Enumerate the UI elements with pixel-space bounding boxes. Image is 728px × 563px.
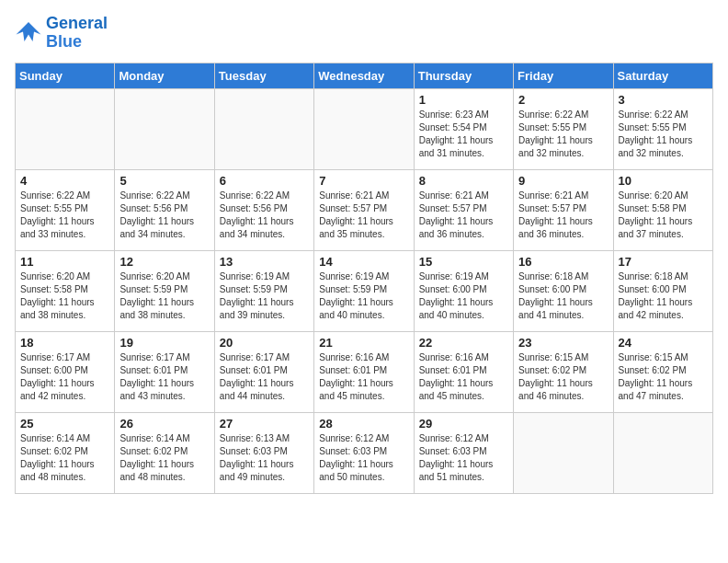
- calendar-week-5: 25Sunrise: 6:14 AM Sunset: 6:02 PM Dayli…: [16, 412, 713, 493]
- day-info: Sunrise: 6:14 AM Sunset: 6:02 PM Dayligh…: [20, 432, 109, 484]
- day-number: 25: [20, 417, 109, 431]
- day-number: 14: [319, 255, 408, 269]
- calendar-cell: [514, 412, 613, 493]
- day-number: 20: [220, 336, 309, 350]
- calendar-cell: 14Sunrise: 6:19 AM Sunset: 5:59 PM Dayli…: [314, 250, 414, 331]
- day-number: 16: [518, 255, 608, 269]
- day-info: Sunrise: 6:22 AM Sunset: 5:55 PM Dayligh…: [619, 109, 708, 160]
- day-number: 15: [419, 255, 508, 269]
- day-info: Sunrise: 6:18 AM Sunset: 6:00 PM Dayligh…: [619, 270, 708, 322]
- page-header: General Blue: [15, 15, 713, 52]
- calendar-cell: 9Sunrise: 6:21 AM Sunset: 5:57 PM Daylig…: [514, 169, 613, 250]
- day-info: Sunrise: 6:15 AM Sunset: 6:02 PM Dayligh…: [619, 351, 708, 403]
- day-number: 27: [220, 417, 309, 431]
- day-info: Sunrise: 6:13 AM Sunset: 6:03 PM Dayligh…: [220, 432, 309, 484]
- calendar-week-3: 11Sunrise: 6:20 AM Sunset: 5:58 PM Dayli…: [16, 250, 713, 331]
- svg-marker-0: [17, 22, 41, 41]
- day-number: 1: [419, 93, 508, 107]
- logo: General Blue: [15, 15, 108, 52]
- day-number: 26: [119, 417, 209, 431]
- day-info: Sunrise: 6:16 AM Sunset: 6:01 PM Dayligh…: [419, 351, 508, 403]
- day-info: Sunrise: 6:21 AM Sunset: 5:57 PM Dayligh…: [518, 190, 608, 241]
- calendar-cell: 24Sunrise: 6:15 AM Sunset: 6:02 PM Dayli…: [613, 331, 712, 412]
- day-number: 29: [419, 417, 508, 431]
- day-number: 11: [20, 255, 109, 269]
- calendar-cell: 26Sunrise: 6:14 AM Sunset: 6:02 PM Dayli…: [115, 412, 214, 493]
- day-info: Sunrise: 6:19 AM Sunset: 5:59 PM Dayligh…: [319, 270, 408, 322]
- day-info: Sunrise: 6:20 AM Sunset: 5:59 PM Dayligh…: [119, 270, 209, 322]
- day-number: 8: [419, 174, 508, 188]
- calendar-cell: 18Sunrise: 6:17 AM Sunset: 6:00 PM Dayli…: [16, 331, 115, 412]
- day-info: Sunrise: 6:15 AM Sunset: 6:02 PM Dayligh…: [518, 351, 608, 403]
- day-number: 13: [220, 255, 309, 269]
- logo-text: General Blue: [46, 15, 108, 52]
- day-info: Sunrise: 6:22 AM Sunset: 5:55 PM Dayligh…: [20, 190, 109, 241]
- day-info: Sunrise: 6:21 AM Sunset: 5:57 PM Dayligh…: [319, 190, 408, 241]
- day-info: Sunrise: 6:17 AM Sunset: 6:01 PM Dayligh…: [220, 351, 309, 403]
- calendar-cell: 6Sunrise: 6:22 AM Sunset: 5:56 PM Daylig…: [214, 169, 313, 250]
- day-number: 18: [20, 336, 109, 350]
- day-number: 12: [119, 255, 209, 269]
- calendar-cell: 15Sunrise: 6:19 AM Sunset: 6:00 PM Dayli…: [414, 250, 513, 331]
- calendar-cell: 13Sunrise: 6:19 AM Sunset: 5:59 PM Dayli…: [214, 250, 313, 331]
- calendar-header-row: SundayMondayTuesdayWednesdayThursdayFrid…: [16, 63, 713, 88]
- day-info: Sunrise: 6:22 AM Sunset: 5:56 PM Dayligh…: [119, 190, 209, 241]
- day-number: 28: [319, 417, 408, 431]
- day-number: 7: [319, 174, 408, 188]
- day-info: Sunrise: 6:22 AM Sunset: 5:56 PM Dayligh…: [220, 190, 309, 241]
- calendar-cell: 2Sunrise: 6:22 AM Sunset: 5:55 PM Daylig…: [514, 88, 613, 169]
- day-info: Sunrise: 6:20 AM Sunset: 5:58 PM Dayligh…: [619, 190, 708, 241]
- day-number: 4: [20, 174, 109, 188]
- day-number: 3: [619, 93, 708, 107]
- calendar-week-2: 4Sunrise: 6:22 AM Sunset: 5:55 PM Daylig…: [16, 169, 713, 250]
- day-number: 6: [220, 174, 309, 188]
- day-number: 23: [518, 336, 608, 350]
- day-number: 19: [119, 336, 209, 350]
- calendar-cell: 1Sunrise: 6:23 AM Sunset: 5:54 PM Daylig…: [414, 88, 513, 169]
- calendar-table: SundayMondayTuesdayWednesdayThursdayFrid…: [15, 63, 713, 494]
- calendar-cell: 12Sunrise: 6:20 AM Sunset: 5:59 PM Dayli…: [115, 250, 214, 331]
- day-info: Sunrise: 6:20 AM Sunset: 5:58 PM Dayligh…: [20, 270, 109, 322]
- day-header-sunday: Sunday: [16, 63, 115, 88]
- day-header-thursday: Thursday: [414, 63, 513, 88]
- calendar-cell: [314, 88, 414, 169]
- calendar-cell: 5Sunrise: 6:22 AM Sunset: 5:56 PM Daylig…: [115, 169, 214, 250]
- day-info: Sunrise: 6:19 AM Sunset: 5:59 PM Dayligh…: [220, 270, 309, 322]
- day-number: 10: [619, 174, 708, 188]
- day-info: Sunrise: 6:19 AM Sunset: 6:00 PM Dayligh…: [419, 270, 508, 322]
- day-header-saturday: Saturday: [613, 63, 712, 88]
- day-info: Sunrise: 6:17 AM Sunset: 6:01 PM Dayligh…: [119, 351, 209, 403]
- calendar-cell: 28Sunrise: 6:12 AM Sunset: 6:03 PM Dayli…: [314, 412, 414, 493]
- calendar-cell: 29Sunrise: 6:12 AM Sunset: 6:03 PM Dayli…: [414, 412, 513, 493]
- calendar-cell: 23Sunrise: 6:15 AM Sunset: 6:02 PM Dayli…: [514, 331, 613, 412]
- day-info: Sunrise: 6:17 AM Sunset: 6:00 PM Dayligh…: [20, 351, 109, 403]
- day-number: 2: [518, 93, 608, 107]
- day-number: 9: [518, 174, 608, 188]
- calendar-cell: 7Sunrise: 6:21 AM Sunset: 5:57 PM Daylig…: [314, 169, 414, 250]
- day-info: Sunrise: 6:21 AM Sunset: 5:57 PM Dayligh…: [419, 190, 508, 241]
- calendar-cell: 3Sunrise: 6:22 AM Sunset: 5:55 PM Daylig…: [613, 88, 712, 169]
- day-number: 5: [119, 174, 209, 188]
- day-header-tuesday: Tuesday: [214, 63, 313, 88]
- day-header-wednesday: Wednesday: [314, 63, 414, 88]
- day-info: Sunrise: 6:23 AM Sunset: 5:54 PM Dayligh…: [419, 109, 508, 160]
- day-header-monday: Monday: [115, 63, 214, 88]
- day-info: Sunrise: 6:14 AM Sunset: 6:02 PM Dayligh…: [119, 432, 209, 484]
- calendar-cell: 25Sunrise: 6:14 AM Sunset: 6:02 PM Dayli…: [16, 412, 115, 493]
- day-info: Sunrise: 6:22 AM Sunset: 5:55 PM Dayligh…: [518, 109, 608, 160]
- day-info: Sunrise: 6:12 AM Sunset: 6:03 PM Dayligh…: [319, 432, 408, 484]
- calendar-cell: [16, 88, 115, 169]
- day-info: Sunrise: 6:16 AM Sunset: 6:01 PM Dayligh…: [319, 351, 408, 403]
- day-number: 17: [619, 255, 708, 269]
- day-number: 21: [319, 336, 408, 350]
- logo-icon: [15, 19, 42, 47]
- calendar-cell: 11Sunrise: 6:20 AM Sunset: 5:58 PM Dayli…: [16, 250, 115, 331]
- calendar-cell: 19Sunrise: 6:17 AM Sunset: 6:01 PM Dayli…: [115, 331, 214, 412]
- calendar-cell: 22Sunrise: 6:16 AM Sunset: 6:01 PM Dayli…: [414, 331, 513, 412]
- calendar-cell: 27Sunrise: 6:13 AM Sunset: 6:03 PM Dayli…: [214, 412, 313, 493]
- calendar-cell: [115, 88, 214, 169]
- calendar-cell: 17Sunrise: 6:18 AM Sunset: 6:00 PM Dayli…: [613, 250, 712, 331]
- calendar-cell: 20Sunrise: 6:17 AM Sunset: 6:01 PM Dayli…: [214, 331, 313, 412]
- calendar-cell: [214, 88, 313, 169]
- calendar-cell: 4Sunrise: 6:22 AM Sunset: 5:55 PM Daylig…: [16, 169, 115, 250]
